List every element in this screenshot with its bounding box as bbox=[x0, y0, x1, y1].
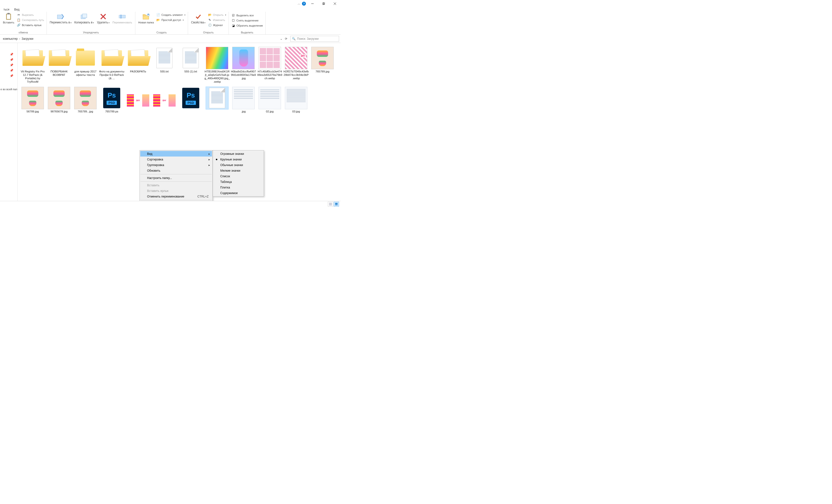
new-folder-icon: ✦ bbox=[142, 13, 150, 21]
file-item[interactable]: 03.jpg bbox=[283, 87, 309, 113]
file-item[interactable] bbox=[204, 87, 230, 113]
pin-icon[interactable]: 📌 bbox=[0, 53, 17, 58]
svg-rect-7 bbox=[7, 13, 10, 15]
file-item[interactable]: DIY bbox=[125, 87, 151, 113]
properties-button[interactable]: Свойства▾ bbox=[189, 12, 207, 25]
file-item[interactable]: H2ff27b7f349c43efb28b874cc3b94e3bP.webp bbox=[283, 47, 309, 83]
window-minimize-button[interactable] bbox=[307, 0, 318, 7]
help-icon[interactable]: ? bbox=[302, 2, 306, 6]
files-pane[interactable]: Vit Registry Fix Pro 12.7 RePack (& Port… bbox=[18, 43, 340, 201]
file-item[interactable]: 555 (1).txt bbox=[178, 47, 204, 83]
file-item[interactable]: для прмьер 2017 эфекты текста bbox=[72, 47, 99, 83]
file-item[interactable]: .jpg bbox=[230, 87, 257, 113]
easy-access-button[interactable]: 📂Простой доступ▾ bbox=[155, 18, 187, 22]
file-name: 56789.jpg bbox=[26, 110, 40, 113]
paste-button[interactable]: Вставить bbox=[1, 12, 16, 25]
copy-to-button[interactable]: Копировать в▾ bbox=[73, 12, 95, 25]
file-item[interactable]: H7c40df0ccb3e47488ea3d55379a79b9ch.webp bbox=[257, 47, 283, 83]
svg-rect-23 bbox=[335, 205, 338, 205]
icons-view-button[interactable] bbox=[334, 202, 339, 207]
delete-button[interactable]: Удалить▾ bbox=[95, 12, 111, 25]
bullet-icon bbox=[216, 159, 217, 160]
menu-item[interactable]: Настроить папку... bbox=[140, 175, 212, 181]
menu-item[interactable]: Сортировка▸ bbox=[140, 157, 212, 162]
menu-item[interactable]: Огромные значки bbox=[213, 151, 263, 157]
file-item[interactable]: Фото на документы Профи 9.0 RePack (& ..… bbox=[99, 47, 125, 83]
check-icon bbox=[194, 13, 202, 21]
menu-item[interactable]: Таблица bbox=[213, 179, 263, 185]
copy-path-button[interactable]: 📋Скопировать путь bbox=[16, 18, 45, 22]
breadcrumb[interactable]: компьютер › Загрузки bbox=[1, 36, 277, 42]
menu-item[interactable]: Список bbox=[213, 174, 263, 179]
file-item[interactable]: 98765678.jpg bbox=[46, 87, 72, 113]
new-item-button[interactable]: 📄Создать элемент▾ bbox=[155, 13, 187, 17]
move-to-button[interactable]: Переместить в▾ bbox=[48, 12, 73, 25]
file-name: 98765678.jpg bbox=[50, 110, 68, 113]
quick-access-pane: 📌 📌 📌 📌 📌 е во всей пап bbox=[0, 43, 18, 201]
new-folder-button[interactable]: ✦Новая папка bbox=[137, 12, 155, 25]
menu-item-label: Мелкие значки bbox=[220, 169, 240, 173]
ribbon-tabs: ться Вид bbox=[0, 7, 340, 12]
file-item[interactable]: DIY bbox=[151, 87, 178, 113]
invert-select-button[interactable]: ◪Обратить выделение bbox=[230, 23, 264, 28]
breadcrumb-dropdown-icon[interactable]: ⌄ bbox=[280, 37, 283, 41]
file-item[interactable]: PsPSD bbox=[178, 87, 204, 113]
pin-icon[interactable]: 📌 bbox=[0, 63, 17, 69]
menu-item[interactable]: Вид▸ bbox=[140, 151, 212, 157]
ribbon-collapse-chevron[interactable]: ︿ bbox=[297, 2, 301, 6]
refresh-icon[interactable]: ⟳ bbox=[285, 37, 287, 41]
menu-item[interactable]: Мелкие значки bbox=[213, 168, 263, 174]
svg-rect-13 bbox=[119, 15, 125, 18]
file-name: Фото на документы Профи 9.0 RePack (& ..… bbox=[99, 70, 125, 80]
search-input[interactable]: 🔍 Поиск: Загрузки bbox=[290, 36, 339, 42]
rename-button[interactable]: Переименовать bbox=[111, 12, 134, 25]
tab-share[interactable]: ться bbox=[1, 7, 12, 12]
select-all-button[interactable]: ☑Выделить все bbox=[230, 13, 264, 18]
file-item[interactable]: 02.jpg bbox=[257, 87, 283, 113]
pin-icon[interactable]: 📌 bbox=[0, 58, 17, 63]
menu-item[interactable]: Группировка▸ bbox=[140, 162, 212, 168]
history-button[interactable]: 🕘Журнал bbox=[207, 23, 227, 27]
file-name: 765789.jpg bbox=[315, 70, 330, 73]
pin-icon[interactable]: 📌 bbox=[0, 69, 17, 74]
details-view-button[interactable] bbox=[328, 202, 333, 207]
file-item[interactable]: ПОВЕРБАНК ВОЗВРАТ bbox=[46, 47, 72, 83]
file-name: 03.jpg bbox=[292, 110, 300, 113]
pin-icon[interactable]: 📌 bbox=[0, 74, 17, 79]
menu-item[interactable]: Отменить переименованиеCTRL+Z bbox=[140, 194, 212, 199]
file-item[interactable]: H0ba9d2dccffa49079fd1eb965f3a179a9.jpg bbox=[230, 47, 257, 83]
chevron-right-icon: ▸ bbox=[209, 152, 210, 156]
file-item[interactable]: HTB188EIXea5K1Rjt_a0q6zGdVXa8.jpg_480x48… bbox=[204, 47, 230, 83]
file-item[interactable]: 56789.jpg bbox=[20, 87, 46, 113]
window-maximize-button[interactable] bbox=[318, 0, 329, 7]
breadcrumb-pc[interactable]: компьютер bbox=[3, 37, 18, 41]
cut-button[interactable]: ✂Вырезать bbox=[16, 13, 45, 17]
file-thumbnail bbox=[259, 47, 281, 69]
menu-item[interactable]: Плитка bbox=[213, 185, 263, 190]
menu-item[interactable]: Крупные значки bbox=[213, 157, 263, 162]
breadcrumb-folder[interactable]: Загрузки bbox=[22, 37, 33, 41]
menu-item[interactable]: Обычные значки bbox=[213, 162, 263, 168]
menu-item-label: Вставить bbox=[147, 184, 159, 187]
window-close-button[interactable] bbox=[329, 0, 340, 7]
select-none-button[interactable]: ☐Снять выделение bbox=[230, 18, 264, 23]
file-item[interactable]: 555.txt bbox=[151, 47, 178, 83]
file-thumbnail: DIY bbox=[153, 87, 176, 109]
file-name: HTB188EIXea5K1Rjt_a0q6zGdVXa8.jpg_480x48… bbox=[204, 70, 230, 83]
paste-shortcut-button[interactable]: 🔗Вставить ярлык bbox=[16, 23, 45, 27]
menu-item[interactable]: Обновить bbox=[140, 168, 212, 174]
menu-item[interactable]: Содержимое bbox=[213, 190, 263, 196]
tab-view[interactable]: Вид bbox=[12, 7, 22, 12]
file-name: ПОВЕРБАНК ВОЗВРАТ bbox=[46, 70, 72, 77]
file-thumbnail bbox=[48, 47, 70, 69]
file-item[interactable]: 765789...jpg bbox=[72, 87, 99, 113]
easy-access-icon: 📂 bbox=[156, 18, 160, 22]
file-thumbnail: PsPSD bbox=[180, 87, 202, 109]
open-button[interactable]: 📂Открыть▾ bbox=[207, 13, 227, 17]
file-item[interactable]: 765789.jpg bbox=[309, 47, 336, 83]
file-item[interactable]: PsPSD765789.ps bbox=[99, 87, 125, 113]
edit-button[interactable]: ✎Изменить bbox=[207, 18, 227, 22]
file-item[interactable]: Vit Registry Fix Pro 12.7 RePack (& Port… bbox=[20, 47, 46, 83]
menu-item-label: Настроить папку... bbox=[147, 176, 172, 180]
file-item[interactable]: РАЗОБРАТЬ bbox=[125, 47, 151, 83]
